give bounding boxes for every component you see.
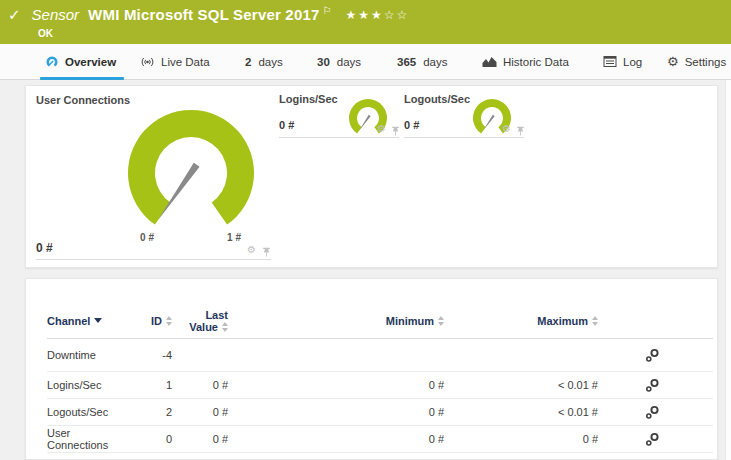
last-value: 0 # — [213, 406, 228, 418]
table-row: Logouts/Sec 2 0 # 0 # < 0.01 # — [47, 399, 713, 426]
maximum-value: 0 # — [583, 433, 598, 445]
logins-gauge-title: Logins/Sec — [279, 93, 338, 105]
active-tab-indicator — [40, 77, 124, 80]
channel-name[interactable]: User Connections — [47, 427, 132, 451]
column-header-minimum[interactable]: Minimum — [386, 315, 444, 327]
tab-label: days — [423, 56, 447, 68]
tab-bar: Overview Live Data 2 days 30 days 365 da… — [0, 44, 731, 80]
table-row: Logins/Sec 1 0 # 0 # < 0.01 # — [47, 372, 713, 399]
last-value: 0 # — [213, 379, 228, 391]
channel-settings-icon[interactable] — [645, 378, 660, 393]
main-gauge-value: 0 # — [36, 241, 53, 255]
channel-name[interactable]: Downtime — [47, 349, 132, 361]
live-signal-icon — [140, 56, 155, 68]
channel-id: 0 — [166, 433, 172, 445]
last-value: 0 # — [213, 433, 228, 445]
table-row: Downtime -4 — [47, 339, 713, 372]
gauge-settings-gear-icon[interactable]: ⚙ — [502, 123, 511, 134]
gauge-needle — [359, 115, 371, 131]
tab-label: days — [258, 56, 282, 68]
logins-gauge-value: 0 # — [279, 119, 294, 131]
minimum-value: 0 # — [429, 433, 444, 445]
gauge-pin-icon[interactable] — [391, 126, 400, 136]
tab-label: days — [337, 56, 361, 68]
sort-desc-icon — [94, 318, 102, 323]
tab-label: Overview — [65, 56, 116, 68]
page-title: WMI Microsoft SQL Server 2017 — [88, 6, 319, 23]
gauge-settings-gear-icon[interactable]: ⚙ — [377, 123, 386, 134]
log-list-icon — [603, 56, 617, 67]
tab-label: Historic Data — [503, 56, 569, 68]
status-ok-check-icon: ✓ — [8, 6, 21, 24]
channel-table-panel: Channel ID Last Value Minimum Maximum — [25, 278, 718, 460]
tab-live-data[interactable]: Live Data — [140, 44, 210, 79]
column-header-id[interactable]: ID — [151, 315, 172, 327]
sort-icon — [592, 316, 598, 326]
minimum-value: 0 # — [429, 406, 444, 418]
channel-settings-icon[interactable] — [645, 348, 660, 363]
table-row: User Connections 0 0 # 0 # 0 # — [47, 426, 713, 453]
tab-label: Log — [623, 56, 642, 68]
gauge-settings-gear-icon[interactable]: ⚙ — [247, 244, 256, 255]
gauge-needle — [158, 163, 200, 221]
column-header-maximum[interactable]: Maximum — [537, 315, 598, 327]
sensor-header: ✓ Sensor WMI Microsoft SQL Server 2017 ⚐… — [0, 0, 731, 44]
divider — [36, 259, 271, 260]
right-panel-edge — [725, 80, 731, 460]
logouts-gauge-title: Logouts/Sec — [404, 93, 470, 105]
prtg-sensor-page: ✓ Sensor WMI Microsoft SQL Server 2017 ⚐… — [0, 0, 731, 460]
column-header-last-value[interactable]: Last Value — [172, 309, 228, 333]
gauge-pin-icon[interactable] — [262, 247, 271, 257]
channel-id: -4 — [162, 349, 172, 361]
channel-settings-icon[interactable] — [645, 432, 660, 447]
table-header-row: Channel ID Last Value Minimum Maximum — [47, 303, 713, 339]
gauge-pin-icon[interactable] — [516, 126, 525, 136]
user-connections-gauge — [121, 103, 261, 243]
sensor-kind-label: Sensor — [32, 6, 80, 23]
tab-label: Settings — [685, 56, 727, 68]
sort-icon — [438, 316, 444, 326]
gauge-scale-max: 1 # — [217, 232, 251, 243]
channel-name[interactable]: Logins/Sec — [47, 379, 132, 391]
tab-2-days[interactable]: 2 days — [245, 44, 283, 79]
tab-30-days[interactable]: 30 days — [317, 44, 361, 79]
tab-overview[interactable]: Overview — [45, 44, 116, 79]
gear-icon: ⚙ — [667, 54, 679, 69]
sort-icon — [222, 322, 228, 332]
gauge-scale-min: 0 # — [130, 232, 164, 243]
status-badge: OK — [38, 28, 53, 39]
divider — [279, 137, 399, 138]
logouts-gauge-value: 0 # — [404, 119, 419, 131]
priority-stars[interactable]: ★★★☆☆ — [346, 8, 410, 22]
tab-365-days[interactable]: 365 days — [397, 44, 447, 79]
flag-icon: ⚐ — [323, 5, 332, 16]
gauge-needle — [483, 115, 495, 131]
tab-log[interactable]: Log — [603, 44, 642, 79]
main-gauge-title: User Connections — [36, 94, 130, 106]
channel-id: 1 — [166, 379, 172, 391]
maximum-value: < 0.01 # — [558, 379, 598, 391]
maximum-value: < 0.01 # — [558, 406, 598, 418]
area-chart-icon — [482, 56, 497, 68]
minimum-value: 0 # — [429, 379, 444, 391]
gauge-icon — [45, 55, 59, 68]
tab-label: Live Data — [161, 56, 210, 68]
tab-settings[interactable]: ⚙ Settings — [667, 44, 726, 79]
divider — [404, 137, 524, 138]
tab-historic-data[interactable]: Historic Data — [482, 44, 569, 79]
channel-id: 2 — [166, 406, 172, 418]
channel-settings-icon[interactable] — [645, 405, 660, 420]
channel-name[interactable]: Logouts/Sec — [47, 406, 132, 418]
gauges-panel: User Connections 0 # 1 # 0 # ⚙ Logins/Se… — [25, 85, 718, 268]
column-header-channel[interactable]: Channel — [47, 315, 132, 327]
